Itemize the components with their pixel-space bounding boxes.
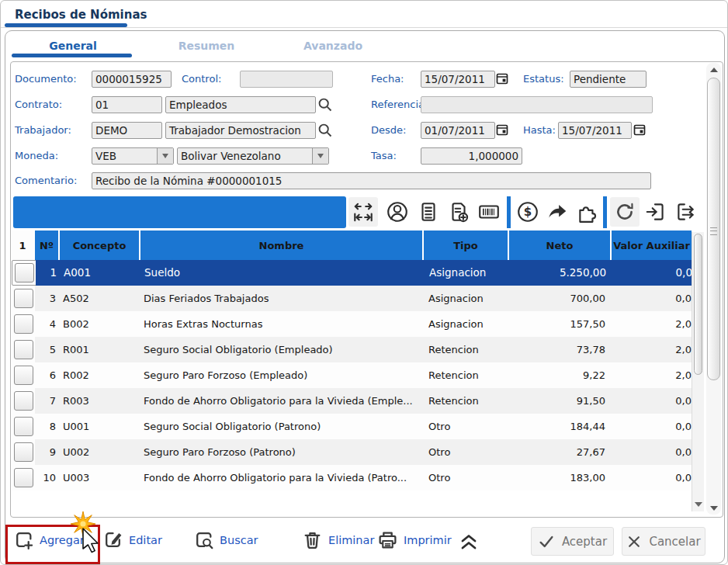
row-select-button[interactable]: [14, 366, 33, 385]
cell-nombre: Fondo de Ahorro Obligatorio para la Vivi…: [140, 388, 424, 414]
row-select-button[interactable]: [14, 417, 33, 436]
header-concepto[interactable]: Concepto: [60, 231, 140, 260]
aceptar-button[interactable]: Aceptar: [531, 527, 614, 556]
document-lines-icon[interactable]: [414, 197, 443, 227]
header-tipo[interactable]: Tipo: [424, 231, 509, 260]
panel-scrollbar-thumb[interactable]: [707, 78, 720, 380]
fecha-input[interactable]: 15/07/2011: [421, 71, 495, 88]
cell-numero: 4: [35, 311, 60, 337]
editar-button[interactable]: Editar: [102, 529, 162, 550]
document-add-icon[interactable]: [444, 197, 473, 227]
refresh-icon[interactable]: [610, 197, 640, 227]
export-icon[interactable]: [671, 197, 701, 227]
table-row[interactable]: 6 R002 Seguro Paro Forzoso (Empleado) Re…: [12, 362, 692, 388]
imprimir-button[interactable]: Imprimir: [377, 529, 452, 550]
moneda-name-select[interactable]: Bolivar Venezolano: [177, 147, 329, 165]
chevron-down-icon: [157, 148, 173, 164]
puzzle-icon[interactable]: [573, 197, 602, 227]
trabajador-name-input[interactable]: Trabajador Demostracion: [165, 122, 316, 139]
agregar-button[interactable]: Agregar: [13, 529, 85, 550]
fecha-calendar-icon[interactable]: [496, 72, 509, 85]
comentario-input[interactable]: Recibo de la Nómina #0000001015: [92, 172, 651, 189]
table-row[interactable]: 9 U002 Seguro Paro Forzoso (Patrono) Otr…: [12, 439, 692, 465]
header-numero[interactable]: Nº: [35, 231, 60, 260]
row-select-cell: [12, 465, 35, 490]
row-select-button[interactable]: [14, 468, 33, 487]
import-icon[interactable]: [641, 197, 671, 227]
header-neto[interactable]: Neto: [509, 231, 612, 260]
editar-label: Editar: [129, 534, 162, 546]
cell-valor-auxiliar: 2,0: [612, 337, 692, 362]
estatus-input[interactable]: Pendiente: [570, 71, 647, 88]
toolbar-filter-bar[interactable]: [13, 196, 346, 228]
control-input[interactable]: [240, 71, 333, 88]
table-scrollbar[interactable]: [692, 232, 704, 511]
panel-scrollbar-up-icon[interactable]: [706, 63, 721, 76]
collapse-chevrons-icon[interactable]: [457, 532, 480, 552]
hasta-calendar-icon[interactable]: [633, 123, 647, 137]
table-row[interactable]: 8 U001 Seguro Social Obligatorio (Patron…: [12, 414, 692, 439]
table-row[interactable]: 7 R003 Fondo de Ahorro Obligatorio para …: [12, 388, 692, 414]
trabajador-label: Trabajador:: [15, 122, 71, 139]
panel-scrollbar-down-icon[interactable]: [706, 501, 721, 515]
contrato-search-icon[interactable]: [317, 97, 333, 113]
expand-arrows-icon[interactable]: [348, 197, 378, 227]
row-select-button[interactable]: [14, 314, 33, 334]
cell-valor-auxiliar: 0,0: [612, 439, 692, 465]
header-select-col[interactable]: 1: [12, 231, 35, 260]
row-select-button[interactable]: [15, 263, 34, 282]
eliminar-label: Eliminar: [328, 534, 374, 546]
barcode-icon[interactable]: [474, 197, 504, 227]
contrato-name-input[interactable]: Empleados: [165, 96, 316, 113]
header-nombre[interactable]: Nombre: [140, 231, 424, 260]
cell-valor-auxiliar: 0,0: [612, 388, 692, 414]
toolbar-separator: [603, 196, 607, 228]
table-row[interactable]: 10 U003 Fondo de Ahorro Obligatorio para…: [12, 465, 692, 490]
panel-scrollbar[interactable]: [706, 63, 721, 515]
table-row[interactable]: 4 B002 Horas Extras Nocturnas Asignacion…: [12, 311, 692, 337]
row-select-cell: [12, 362, 35, 388]
documento-input[interactable]: 0000015925: [92, 71, 172, 88]
cell-nombre: Seguro Paro Forzoso (Empleado): [140, 362, 424, 388]
cell-valor-auxiliar: 2,0: [612, 311, 692, 337]
cell-tipo: Otro: [424, 465, 509, 490]
forward-arrow-icon[interactable]: [543, 197, 572, 227]
row-select-button[interactable]: [14, 391, 33, 411]
buscar-button[interactable]: Buscar: [193, 529, 258, 550]
cell-numero: 6: [35, 362, 60, 388]
desde-input[interactable]: 01/07/2011: [421, 122, 495, 139]
tab-avanzado[interactable]: Avanzado: [286, 38, 380, 54]
row-select-button[interactable]: [14, 340, 33, 359]
table-row[interactable]: 1 A001 Sueldo Asignacion 5.250,00 0,0: [12, 260, 692, 286]
aceptar-label: Aceptar: [562, 535, 607, 549]
trabajador-code-input[interactable]: DEMO: [92, 122, 162, 139]
table-row[interactable]: 3 A502 Dias Feriados Trabajados Asignaci…: [12, 286, 692, 311]
cell-neto: 700,00: [509, 286, 612, 311]
row-select-button[interactable]: [14, 442, 33, 462]
hasta-input[interactable]: 15/07/2011: [558, 122, 632, 139]
contrato-code-input[interactable]: 01: [92, 96, 162, 113]
desde-calendar-icon[interactable]: [496, 123, 509, 137]
table-scrollbar-down-icon[interactable]: [693, 499, 703, 510]
tab-resumen[interactable]: Resumen: [156, 38, 257, 54]
cell-nombre: Dias Feriados Trabajados: [140, 286, 424, 311]
header-valor-auxiliar[interactable]: Valor Auxiliar: [612, 231, 692, 260]
tab-general[interactable]: General: [12, 38, 134, 54]
trabajador-search-icon[interactable]: [317, 123, 333, 138]
user-circle-icon[interactable]: [383, 197, 412, 227]
tasa-label: Tasa:: [371, 147, 397, 165]
row-select-cell: [12, 439, 35, 465]
tasa-input[interactable]: 1,000000: [421, 147, 522, 165]
cancelar-button[interactable]: Cancelar: [622, 527, 705, 556]
table-scrollbar-thumb[interactable]: [694, 234, 702, 375]
row-select-button[interactable]: [14, 289, 33, 308]
referencia-input[interactable]: [421, 96, 653, 113]
moneda-code-select[interactable]: VEB: [92, 147, 174, 165]
comentario-label: Comentario:: [15, 172, 77, 189]
eliminar-button[interactable]: Eliminar: [302, 529, 374, 550]
chevron-down-icon: [312, 148, 328, 164]
hasta-label: Hasta:: [523, 122, 556, 139]
cell-concepto: R002: [60, 362, 140, 388]
table-row[interactable]: 5 R001 Seguro Social Obligatorio (Emplea…: [12, 337, 692, 362]
dollar-circle-icon[interactable]: $: [513, 197, 543, 227]
